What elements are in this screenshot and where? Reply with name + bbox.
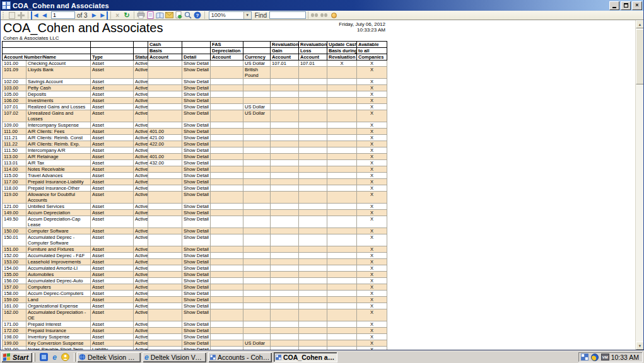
tray-app-icon[interactable] (591, 353, 599, 361)
page-number-input[interactable] (51, 11, 75, 19)
internet-explorer-icon[interactable]: e (50, 352, 59, 362)
header-gain-account: Account (271, 54, 299, 60)
show-detail-link[interactable]: Show Detail (182, 297, 211, 303)
show-detail-link[interactable]: Show Detail (182, 228, 211, 234)
show-detail-link[interactable]: Show Detail (182, 204, 211, 210)
previous-page-button[interactable]: ◀ (40, 11, 49, 20)
update-cash-basis-cell (327, 141, 357, 147)
find-next-icon[interactable] (320, 11, 329, 20)
show-detail-link[interactable]: Show Detail (182, 278, 211, 284)
fas-depreciation-account-cell (211, 246, 243, 253)
show-detail-link[interactable]: Show Detail (182, 160, 211, 166)
show-detail-link[interactable]: Show Detail (182, 129, 211, 135)
show-detail-link[interactable]: Show Detail (182, 79, 211, 85)
page-setup-icon[interactable] (156, 11, 164, 20)
show-detail-link[interactable]: Show Detail (182, 284, 211, 291)
show-detail-link[interactable]: Show Detail (182, 141, 211, 147)
messenger-icon[interactable] (61, 352, 70, 362)
toolbar-grip[interactable] (3, 12, 5, 19)
show-detail-link[interactable]: Show Detail (182, 334, 211, 340)
show-detail-link[interactable]: Show Detail (182, 291, 211, 297)
scroll-down-button[interactable]: ▼ (636, 342, 643, 350)
vertical-scrollbar[interactable]: ▲ ▼ (635, 20, 643, 350)
show-detail-link[interactable]: Show Detail (182, 110, 211, 122)
show-detail-link[interactable]: Show Detail (182, 147, 211, 154)
quick-launch-app-icon[interactable] (39, 352, 49, 362)
task-label: Deltek Vision Version 6.2 ... (151, 354, 204, 361)
refresh-icon[interactable]: ↻ (123, 11, 131, 20)
table-row: 155.00AutomobilesAssetActiveShow DetailX (3, 272, 387, 278)
scrollbar-thumb[interactable] (636, 29, 643, 84)
document-map-icon[interactable] (8, 11, 16, 20)
show-detail-link[interactable]: Show Detail (182, 216, 211, 228)
show-detail-link[interactable]: Show Detail (182, 60, 211, 67)
tray-vm-icon[interactable]: VM (601, 353, 609, 361)
show-detail-link[interactable]: Show Detail (182, 210, 211, 216)
available-companies-cell: X (357, 192, 387, 204)
zoom-icon[interactable] (184, 11, 192, 20)
print-layout-icon[interactable] (146, 11, 155, 20)
task-button-deltek-vision-vpm[interactable]: Deltek Vision & VPM (77, 352, 141, 362)
show-detail-link[interactable]: Show Detail (182, 328, 211, 334)
cancel-rendering-icon[interactable]: × (114, 11, 122, 20)
show-detail-link[interactable]: Show Detail (182, 98, 211, 104)
show-detail-link[interactable]: Show Detail (182, 303, 211, 309)
table-row: 105.00DepositsAssetActiveShow DetailX (3, 91, 387, 98)
help-icon[interactable]: ? (194, 11, 202, 20)
show-detail-link[interactable]: Show Detail (182, 91, 211, 98)
close-button[interactable]: × (632, 1, 642, 10)
fas-depreciation-account-cell (211, 303, 243, 309)
last-page-button[interactable]: ▶ (100, 11, 108, 20)
show-detail-link[interactable]: Show Detail (182, 246, 211, 253)
task-button-coa-report[interactable]: COA_Cohen and Asso... (274, 352, 337, 362)
minimize-button[interactable] (609, 1, 619, 10)
show-detail-link[interactable]: Show Detail (182, 104, 211, 110)
task-button-accounts[interactable]: Accounts - Cohen & Ass... (208, 352, 272, 362)
type-cell: Asset (91, 328, 134, 334)
show-detail-link[interactable]: Show Detail (182, 259, 211, 265)
show-detail-link[interactable]: Show Detail (182, 347, 211, 350)
show-detail-link[interactable]: Show Detail (182, 122, 211, 129)
show-detail-link[interactable]: Show Detail (182, 192, 211, 204)
status-cell: Active (134, 259, 148, 265)
export-email-icon[interactable] (165, 11, 173, 20)
show-detail-link[interactable]: Show Detail (182, 253, 211, 259)
export-save-icon[interactable] (175, 11, 183, 20)
pan-icon[interactable] (17, 11, 25, 20)
show-detail-link[interactable]: Show Detail (182, 185, 211, 192)
tray-report-icon[interactable] (581, 353, 589, 361)
show-detail-link[interactable]: Show Detail (182, 321, 211, 328)
show-detail-link[interactable]: Show Detail (182, 179, 211, 185)
scroll-up-button[interactable]: ▲ (636, 20, 643, 28)
show-detail-link[interactable]: Show Detail (182, 135, 211, 141)
show-detail-link[interactable]: Show Detail (182, 272, 211, 278)
task-button-deltek-vision-62[interactable]: e Deltek Vision Version 6.2 ... (143, 352, 206, 362)
show-detail-link[interactable]: Show Detail (182, 154, 211, 160)
zoom-dropdown-arrow[interactable]: ▼ (243, 12, 251, 19)
start-button[interactable]: Start (1, 352, 32, 362)
status-cell: Active (134, 347, 148, 350)
next-page-button[interactable]: ▶ (90, 11, 98, 20)
show-detail-link[interactable]: Show Detail (182, 309, 211, 321)
type-cell: Asset (91, 228, 134, 234)
account-name-cell: Unrealized Gains and Losses (26, 110, 91, 122)
restore-button[interactable] (621, 1, 631, 10)
account-number-cell: 149.50 (3, 216, 26, 228)
available-companies-cell: X (357, 147, 387, 154)
first-page-button[interactable]: ◀ (31, 11, 39, 20)
show-detail-link[interactable]: Show Detail (182, 67, 211, 79)
find-input[interactable] (269, 11, 306, 19)
zoom-select[interactable]: 100% ▼ (209, 11, 252, 20)
show-detail-link[interactable]: Show Detail (182, 166, 211, 173)
show-detail-link[interactable]: Show Detail (182, 340, 211, 347)
show-detail-link[interactable]: Show Detail (182, 265, 211, 272)
show-detail-link[interactable]: Show Detail (182, 173, 211, 179)
cash-basis-account-cell (148, 297, 182, 303)
fas-depreciation-account-cell (211, 79, 243, 85)
print-icon[interactable] (137, 11, 145, 20)
find-binoculars-icon[interactable] (311, 11, 319, 20)
available-companies-cell: X (357, 347, 387, 350)
show-detail-link[interactable]: Show Detail (182, 234, 211, 246)
show-detail-link[interactable]: Show Detail (182, 85, 211, 91)
stop-find-icon[interactable] (330, 11, 338, 20)
